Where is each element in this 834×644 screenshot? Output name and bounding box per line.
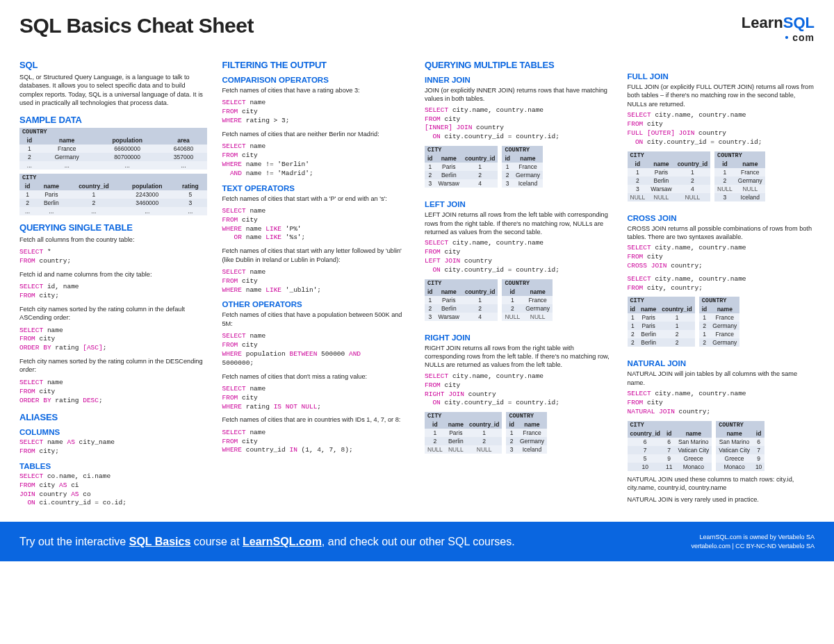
logo: LearnSQL • com <box>742 14 815 43</box>
left-tables: CITYidnamecountry_id1Paris12Berlin23Wars… <box>425 279 612 325</box>
heading-natural: NATURAL JOIN <box>628 359 815 368</box>
heading-full: FULL JOIN <box>628 72 815 81</box>
heading-multi: QUERYING MULTIPLE TABLES <box>425 60 612 70</box>
left-desc: LEFT JOIN returns all rows from the left… <box>425 210 612 236</box>
column-2: FILTERING THE OUTPUT COMPARISON OPERATOR… <box>222 53 410 512</box>
right-desc: RIGHT JOIN returns all rows from the rig… <box>425 344 612 370</box>
footer-link-learnsql[interactable]: LearnSQL.com <box>243 536 322 547</box>
inner-tables: CITYidnamecountry_id1Paris12Berlin23Wars… <box>425 146 612 192</box>
city-caption: CITY <box>19 174 207 182</box>
country-caption: COUNTRY <box>19 128 207 136</box>
aliases-tables-code: SELECT co.name, ci.name FROM city AS ci … <box>19 472 207 508</box>
heading-textops: TEXT OPERATORS <box>222 184 410 192</box>
heading-right: RIGHT JOIN <box>425 333 612 342</box>
heading-inner: INNER JOIN <box>425 76 612 84</box>
column-4: FULL JOIN FULL JOIN (or explicitly FULL … <box>628 53 815 512</box>
heading-sql: SQL <box>19 60 207 70</box>
natural-code: SELECT city.name, country.name FROM city… <box>628 390 815 416</box>
column-3: QUERYING MULTIPLE TABLES INNER JOIN JOIN… <box>425 53 612 512</box>
heading-comp: COMPARISON OPERATORS <box>222 76 410 84</box>
cross-code2: SELECT city.name, country.name FROM city… <box>628 275 815 293</box>
full-code: SELECT city.name, country.name FROM city… <box>628 111 815 147</box>
inner-code: SELECT city.name, country.name FROM city… <box>425 106 612 142</box>
heading-otherops: OTHER OPERATORS <box>222 300 410 308</box>
heading-aliases: ALIASES <box>19 412 207 422</box>
heading-sample: SAMPLE DATA <box>19 115 207 125</box>
country-table: idnamepopulationarea1France6660000064068… <box>19 136 207 170</box>
left-code: SELECT city.name, country.name FROM city… <box>425 239 612 274</box>
footer-right: LearnSQL.com is owned by Vertabelo SA ve… <box>691 533 815 550</box>
heading-tables: TABLES <box>19 462 207 470</box>
right-code: SELECT city.name, country.name FROM city… <box>425 372 612 408</box>
cross-code1: SELECT city.name, country.name FROM city… <box>628 244 815 270</box>
footer-link-basics[interactable]: SQL Basics <box>129 536 191 547</box>
heading-left: LEFT JOIN <box>425 200 612 208</box>
footer-left: Try out the interactive SQL Basics cours… <box>19 536 515 548</box>
natural-note1: NATURAL JOIN used these columns to match… <box>628 475 815 493</box>
cross-tables: CITYidnamecountry_id1Paris11Paris12Berli… <box>628 297 815 351</box>
full-tables: CITYidnamecountry_id1Paris12Berlin23Wars… <box>628 151 815 206</box>
cross-desc: CROSS JOIN returns all possible combinat… <box>628 224 815 242</box>
intro-text: SQL, or Structured Query Language, is a … <box>19 73 207 108</box>
right-tables: CITYidnamecountry_id1Paris12Berlin2NULLN… <box>425 412 612 458</box>
heading-columns: COLUMNS <box>19 428 207 436</box>
aliases-columns-code: SELECT name AS city_name FROM city; <box>19 438 207 456</box>
full-desc: FULL JOIN (or explicitly FULL OUTER JOIN… <box>628 83 815 108</box>
column-1: SQL SQL, or Structured Query Language, i… <box>19 53 207 512</box>
natural-tables: CITYcountry_ididname66San Marino77Vatica… <box>628 421 815 475</box>
page-title: SQL Basics Cheat Sheet <box>19 14 254 38</box>
heading-filtering: FILTERING THE OUTPUT <box>222 60 410 70</box>
heading-qsingle: QUERYING SINGLE TABLE <box>19 222 207 233</box>
qsingle-items: Fetch all columns from the country table… <box>19 236 207 406</box>
footer: Try out the interactive SQL Basics cours… <box>0 522 834 561</box>
city-table: idnamecountry_idpopulationrating1Paris12… <box>19 182 207 215</box>
natural-note2: NATURAL JOIN is very rarely used in prac… <box>628 495 815 504</box>
natural-desc: NATURAL JOIN will join tables by all col… <box>628 370 815 387</box>
heading-cross: CROSS JOIN <box>628 214 815 222</box>
inner-desc: JOIN (or explicitly INNER JOIN) returns … <box>425 86 612 104</box>
